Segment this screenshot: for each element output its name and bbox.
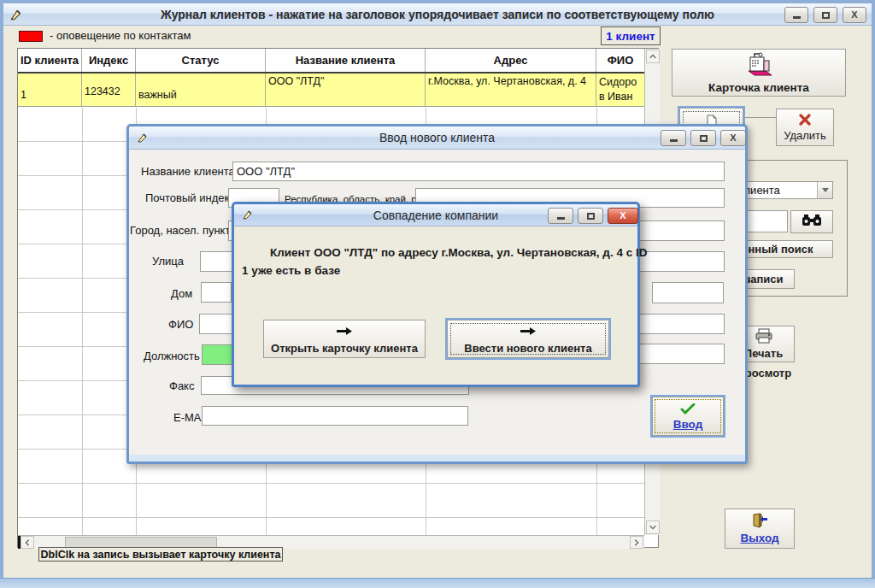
close-button[interactable]: X <box>843 7 866 23</box>
street-label: Улица <box>152 255 184 268</box>
window-frame-left <box>0 0 3 588</box>
delete-button-label: Удалить <box>784 129 826 142</box>
cell-id: 1 <box>18 74 82 106</box>
dialog-minimize-button[interactable] <box>548 208 573 224</box>
form-minimize-button[interactable] <box>661 130 686 146</box>
name-label: Название клиента <box>141 165 235 178</box>
column-header-index[interactable]: Индекс <box>82 49 136 72</box>
cell-name: ООО "ЛТД" <box>266 74 426 106</box>
new-client-button[interactable]: Ввести нового клиента <box>445 318 611 360</box>
house-input[interactable] <box>201 282 232 303</box>
position-label: Должность <box>144 350 200 362</box>
dblclick-hint: DblClk на запись вызывает карточку клиен… <box>38 547 283 562</box>
exit-button-label: Выход <box>740 532 778 544</box>
form-icon <box>136 131 150 148</box>
delete-button[interactable]: Удалить <box>776 109 834 146</box>
panel-divider <box>745 117 776 118</box>
new-client-titlebar: Ввод нового клиента X <box>129 126 745 150</box>
form-close-button[interactable]: X <box>720 130 746 146</box>
column-header-address[interactable]: Адрес <box>426 49 596 72</box>
scroll-up-button[interactable] <box>646 50 660 63</box>
postcode-label: Почтовый индекс <box>145 191 235 204</box>
minimize-button[interactable] <box>784 7 808 23</box>
main-titlebar: Журнал клиентов - нажатие на заголовок у… <box>3 3 872 26</box>
fax-label: Факс <box>169 379 194 392</box>
arrow-right-icon <box>335 324 354 339</box>
binoculars-icon <box>802 214 822 230</box>
check-icon <box>680 403 696 418</box>
find-button[interactable] <box>790 210 833 233</box>
delete-x-icon <box>798 114 812 129</box>
exit-button[interactable]: Выход <box>725 509 795 549</box>
window-frame-bottom <box>0 578 875 588</box>
arrow-right-icon <box>519 324 537 339</box>
company-match-dialog: Совпадение компании X Клиент ООО "ЛТД" п… <box>232 202 640 387</box>
main-window-title: Журнал клиентов - нажатие на заголовок у… <box>3 8 872 21</box>
open-card-button-label: Открыть карточку клиента <box>271 342 418 355</box>
alert-legend-label: - оповещение по контактам <box>50 29 191 42</box>
cell-status: важный <box>136 74 266 106</box>
email-input[interactable] <box>202 406 468 426</box>
app-icon <box>9 7 24 26</box>
client-card-button-label: Карточка клиента <box>708 81 809 94</box>
dialog-close-button[interactable]: X <box>608 208 638 224</box>
client-count-panel: 1 клиент <box>601 26 661 45</box>
form-bottom-strip <box>129 455 745 462</box>
new-client-window-title: Ввод нового клиента <box>129 131 745 144</box>
application-screen: Журнал клиентов - нажатие на заголовок у… <box>0 0 875 588</box>
printer-icon <box>755 328 773 347</box>
grid-line <box>82 108 83 535</box>
maximize-button[interactable] <box>813 7 837 23</box>
alert-legend-swatch <box>19 31 43 42</box>
form-maximize-button[interactable] <box>690 130 716 146</box>
dialog-maximize-button[interactable] <box>578 208 603 224</box>
cell-address: г.Москва, ул. Чертановская, д. 4 <box>426 74 596 106</box>
window-frame-right <box>872 0 875 588</box>
house-label: Дом <box>171 287 192 300</box>
dialog-titlebar: Совпадение компании X <box>234 204 637 226</box>
dialog-icon <box>241 208 255 225</box>
enter-button[interactable]: Ввод <box>650 395 725 438</box>
client-count: 1 клиент <box>606 30 655 43</box>
table-row[interactable]: 1 123432 важный ООО "ЛТД" г.Москва, ул. … <box>18 74 644 107</box>
flat-input[interactable] <box>652 282 724 303</box>
cell-index: 123432 <box>82 74 136 106</box>
column-header-status[interactable]: Статус <box>136 49 266 72</box>
scroll-left-button[interactable] <box>21 536 34 549</box>
column-header-name[interactable]: Название клиента <box>266 49 426 72</box>
fio-label: ФИО <box>168 318 193 331</box>
dialog-message-line1: Клиент ООО "ЛТД" по адресу г.Москва, ул.… <box>270 246 647 259</box>
column-header-fio[interactable]: ФИО <box>596 49 644 72</box>
column-header-id[interactable]: ID клиента <box>18 49 82 72</box>
client-card-button[interactable]: Карточка клиента <box>672 49 846 97</box>
name-input[interactable] <box>232 162 725 181</box>
enter-button-label: Ввод <box>673 418 703 431</box>
cell-fio: Сидоров Иван <box>596 74 644 106</box>
dialog-message-line2: 1 уже есть в базе <box>242 264 340 277</box>
chevron-down-icon[interactable] <box>817 182 832 198</box>
card-file-icon <box>743 52 775 81</box>
city-label: Город, насел. пункт <box>130 224 230 237</box>
exit-door-icon <box>750 513 769 532</box>
print-button-label: Печать <box>744 347 783 360</box>
open-card-button[interactable]: Открыть карточку клиента <box>263 320 426 358</box>
table-header-row: ID клиента Индекс Статус Название клиент… <box>18 49 658 74</box>
scroll-down-button[interactable] <box>646 520 660 534</box>
new-client-button-label: Ввести нового клиента <box>464 342 591 355</box>
scroll-right-button[interactable] <box>630 536 643 549</box>
